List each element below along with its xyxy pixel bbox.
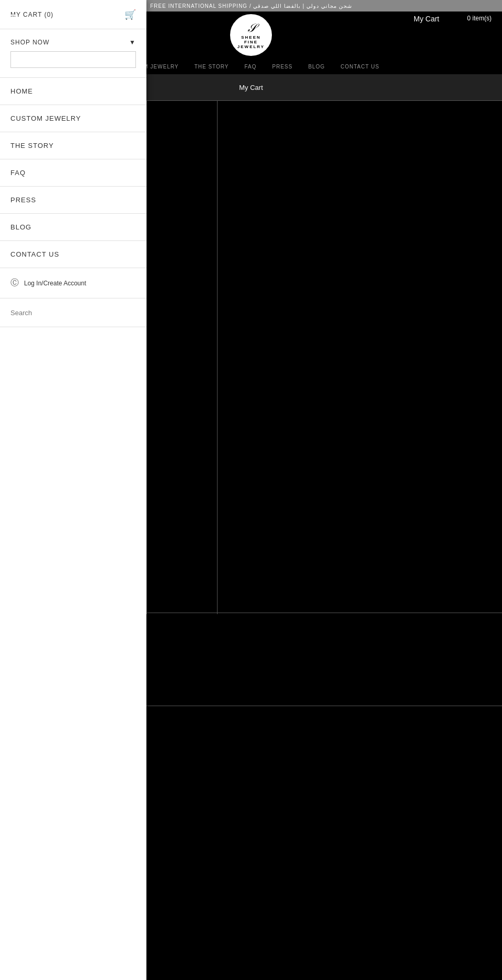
sidebar-shopnow-label[interactable]: SHOP NOW ▼ [10,39,136,46]
nav-item-the-story[interactable]: THE STORY [195,64,229,70]
grid-line-top [146,100,502,101]
sidebar-nav-the-story[interactable]: THE STORY [0,132,146,159]
image-section-3 [146,613,217,706]
logo-sub: FINE JEWELRY [231,40,271,49]
grid-line-bottom [146,706,502,706]
logo-circle: 𝒮 SHEEN FINE JEWELRY [230,14,272,56]
logo[interactable]: 𝒮 SHEEN FINE JEWELRY [227,11,275,59]
grid-line-v2 [217,100,218,614]
sidebar-nav-home[interactable]: HOME [0,78,146,105]
logo-brand: SHEEN [241,35,261,40]
image-section-1 [146,100,217,613]
sidebar-nav-custom-jewelry[interactable]: CUSTOM JEWELRY [0,105,146,132]
image-section-2 [217,100,502,613]
image-section-5 [146,706,217,980]
hamburger-menu-button[interactable] [4,15,16,23]
sidebar-drawer: MY CART (0) 🛒 SHOP NOW ▼ HOME CUSTOM JEW… [0,0,146,980]
announcement-text: FREE INTERNATIONAL SHIPPING / شحن مجاني … [150,3,352,9]
sidebar-account-row[interactable]: Ⓒ Log In/Create Account [0,268,146,298]
chevron-down-icon: ▼ [129,39,136,46]
sidebar-nav-blog[interactable]: BLOG [0,214,146,241]
cart-icon: 🛒 [124,9,136,20]
nav-item-press[interactable]: PRESS [272,64,293,70]
sidebar-cart-row[interactable]: MY CART (0) 🛒 [0,0,146,29]
image-section-4 [217,613,502,706]
nav-item-contact-us[interactable]: CONTACT US [340,64,379,70]
sidebar-nav-press[interactable]: PRESS [0,187,146,214]
sidebar-cart-label: MY CART (0) [10,11,124,18]
shopnow-dropdown[interactable] [10,51,136,68]
sidebar-account-label[interactable]: Log In/Create Account [24,280,86,287]
logo-script: 𝒮 [247,21,255,35]
my-cart-label: My Cart [239,84,263,91]
sidebar-nav-contact-us[interactable]: CONTACT US [0,241,146,268]
sidebar-search-row [0,298,146,327]
grid-line-v1 [146,100,147,614]
account-icon: Ⓒ [10,278,19,289]
hamburger-line-3 [4,22,16,23]
nav-item-faq[interactable]: FAQ [245,64,257,70]
hamburger-line-2 [4,18,16,19]
header-account-icon[interactable]: My Cart [414,15,439,23]
grid-line-middle [146,613,502,613]
nav-item-blog[interactable]: BLOG [308,64,325,70]
image-section-6 [217,706,502,980]
sidebar-search-input[interactable] [10,309,136,317]
sidebar-shopnow-section: SHOP NOW ▼ [0,29,146,78]
hamburger-line-1 [4,15,16,16]
sidebar-nav-faq[interactable]: FAQ [0,159,146,187]
header-cart-count[interactable]: 0 item(s) [467,15,492,22]
